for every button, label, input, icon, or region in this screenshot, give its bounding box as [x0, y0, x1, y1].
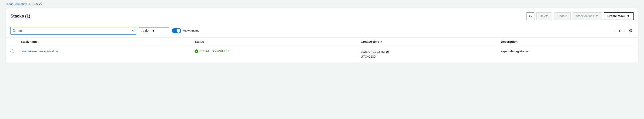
row-status-cell: CREATE_COMPLETE [190, 46, 356, 63]
breadcrumb-stacks: Stacks [32, 2, 42, 6]
th-select [6, 38, 16, 46]
create-stack-chevron-icon: ▼ [627, 14, 630, 18]
table-header-row: Stack name Status Created time ▼ [6, 38, 638, 46]
th-created-time[interactable]: Created time ▼ [356, 38, 496, 46]
stack-name-link[interactable]: rainmaker-node-registration [21, 49, 58, 53]
toggle-slider [172, 28, 181, 33]
refresh-button[interactable]: ↻ [526, 12, 534, 20]
row-radio[interactable] [10, 49, 14, 53]
view-nested-toggle[interactable] [172, 28, 181, 33]
create-stack-button[interactable]: Create stack ▼ [604, 12, 634, 20]
page-number: 1 [618, 29, 620, 32]
row-description-cell: esp-node-registration [496, 46, 638, 63]
status-dropdown-value: Active [142, 29, 150, 33]
status-label: CREATE_COMPLETE [200, 49, 230, 53]
stack-actions-chevron-icon: ▼ [595, 14, 598, 18]
filter-row: × Active ▼ View nested ‹ 1 › [6, 24, 638, 38]
th-status: Status [190, 38, 356, 46]
status-complete-icon [195, 49, 198, 53]
stack-actions-label: Stack actions [576, 14, 594, 18]
status-dropdown[interactable]: Active ▼ [139, 27, 169, 34]
svg-line-1 [15, 31, 16, 32]
breadcrumb-separator: > [29, 2, 31, 6]
card-title: Stacks (1) [10, 14, 30, 19]
stacks-table: Stack name Status Created time ▼ [6, 38, 638, 63]
update-label: Update [558, 14, 567, 18]
prev-page-button[interactable]: ‹ [612, 28, 616, 34]
view-nested-label: View nested [183, 29, 200, 32]
header-actions: ↻ Delete Update Stack actions ▼ Create s… [526, 12, 634, 20]
create-stack-label: Create stack [608, 14, 626, 18]
row-stack-name-cell: rainmaker-node-registration [16, 46, 190, 63]
created-time-line2: UTC+0530 [361, 54, 492, 59]
status-badge: CREATE_COMPLETE [195, 49, 230, 53]
view-nested-toggle-wrapper: View nested [172, 28, 200, 33]
card-header: Stacks (1) ↻ Delete Update Stack actions… [6, 9, 638, 24]
search-input[interactable] [10, 27, 136, 35]
refresh-icon: ↻ [529, 14, 532, 19]
settings-icon: ⚙ [629, 28, 632, 33]
created-time-line1: 2021-07-12 16:52:19 [361, 49, 492, 54]
next-page-button[interactable]: › [622, 28, 626, 34]
row-select-cell[interactable] [6, 46, 16, 63]
th-description: Description [496, 38, 638, 46]
stacks-card: Stacks (1) ↻ Delete Update Stack actions… [6, 8, 638, 63]
breadcrumb-cloudformation[interactable]: CloudFormation [6, 2, 27, 6]
delete-label: Delete [540, 14, 548, 18]
settings-button[interactable]: ⚙ [628, 27, 634, 34]
th-stack-name: Stack name [16, 38, 190, 46]
row-description: esp-node-registration [501, 49, 530, 53]
search-clear-button[interactable]: × [132, 29, 134, 33]
svg-point-2 [195, 50, 198, 53]
delete-button[interactable]: Delete [536, 12, 552, 20]
main-content: Stacks (1) ↻ Delete Update Stack actions… [0, 8, 644, 69]
search-wrapper: × [10, 27, 136, 35]
table-row: rainmaker-node-registration CREATE_COMPL… [6, 46, 638, 63]
search-icon [13, 29, 16, 32]
sort-icon: ▼ [380, 40, 383, 43]
pagination-wrapper: ‹ 1 › ⚙ [612, 27, 634, 34]
stack-actions-button[interactable]: Stack actions ▼ [572, 12, 602, 20]
breadcrumb-bar: CloudFormation > Stacks [0, 0, 644, 8]
update-button[interactable]: Update [554, 12, 571, 20]
status-dropdown-chevron-icon: ▼ [152, 29, 155, 33]
row-created-time-cell: 2021-07-12 16:52:19 UTC+0530 [356, 46, 496, 63]
table-wrapper: Stack name Status Created time ▼ [6, 38, 638, 63]
